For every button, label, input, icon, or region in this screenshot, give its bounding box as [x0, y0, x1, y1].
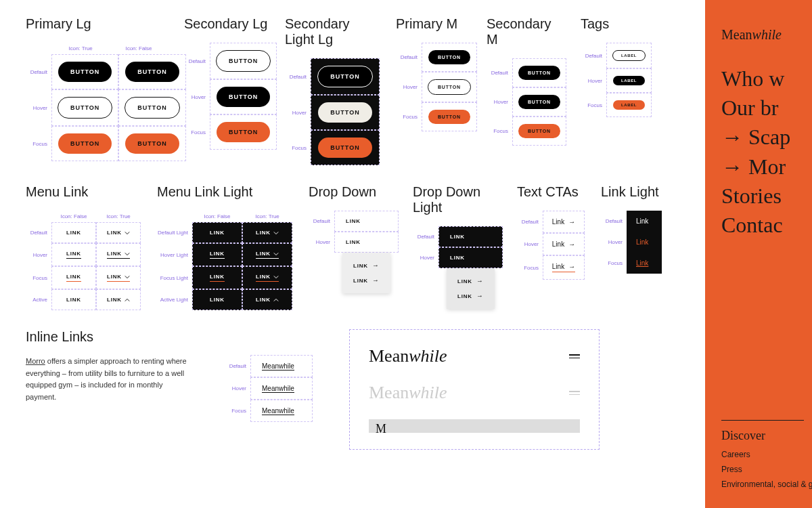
state-label: Default [517, 211, 543, 233]
preview-card: Meanwhile Meanwhile M [349, 329, 600, 450]
sidebar-menu-item[interactable]: Stories [721, 182, 812, 211]
button-primary-lg-default[interactable]: BUTTON [125, 62, 179, 82]
state-label: Hover [413, 247, 438, 268]
tag-hover[interactable]: LABEL [613, 76, 645, 85]
state-label: Focus [517, 255, 543, 280]
state-label: Focus [396, 102, 422, 131]
sidebar-menu-item[interactable]: Contac [721, 211, 812, 240]
menu-link[interactable]: LINK [107, 274, 130, 282]
button-secondary-light-lg-default[interactable]: BUTTON [317, 66, 372, 87]
button-primary-m-default[interactable]: BUTTON [428, 50, 470, 64]
dropdown-item[interactable]: LINK→ [455, 274, 487, 289]
state-label: Hover [487, 87, 512, 117]
dropdown-item[interactable]: LINK→ [351, 273, 382, 288]
brand-logo-faded: Meanwhile [369, 383, 447, 403]
menu-link-light[interactable]: LINK [256, 274, 279, 282]
sidebar-menu-item[interactable]: Our br [721, 93, 812, 123]
menu-link[interactable]: LINK [107, 297, 130, 303]
text-cta[interactable]: Link→ [552, 263, 575, 272]
chevron-down-icon [273, 230, 279, 236]
button-secondary-light-lg-focus[interactable]: BUTTON [318, 137, 371, 158]
menu-link-light[interactable]: LINK [210, 230, 225, 236]
section-title: Secondary Light Lg [285, 16, 380, 47]
state-label: Focus [26, 126, 51, 161]
button-secondary-m-hover[interactable]: BUTTON [518, 95, 560, 109]
button-secondary-lg-hover[interactable]: BUTTON [217, 87, 270, 107]
button-primary-lg-default[interactable]: BUTTON [58, 62, 112, 82]
chevron-up-icon [273, 297, 279, 303]
button-secondary-m-focus[interactable]: BUTTON [518, 124, 560, 138]
dropdown-link-light[interactable]: LINK [450, 255, 465, 261]
col-label: Icon: False [110, 43, 168, 54]
link-light[interactable]: Link [627, 232, 662, 253]
sidebar-footer-link[interactable]: Press [721, 465, 804, 474]
arrow-right-icon: → [568, 263, 575, 270]
tag-default[interactable]: LABEL [612, 50, 646, 61]
text-cta[interactable]: Link→ [552, 218, 575, 226]
sidebar-footer-link[interactable]: Careers [721, 450, 804, 459]
button-secondary-m-default[interactable]: BUTTON [518, 66, 560, 80]
text-cta[interactable]: Link→ [552, 240, 575, 248]
state-label: Hover [581, 68, 606, 93]
tag-focus[interactable]: LABEL [613, 100, 645, 110]
inline-link[interactable]: Morro [26, 357, 45, 365]
button-primary-lg-focus[interactable]: BUTTON [58, 133, 112, 154]
sidebar-menu-item[interactable]: Who w [721, 64, 812, 93]
menu-link[interactable]: LINK [107, 230, 130, 236]
menu-link-light[interactable]: LINK [256, 251, 279, 259]
button-secondary-lg-default[interactable]: BUTTON [216, 50, 271, 72]
hamburger-icon[interactable] [569, 389, 580, 397]
state-label: Default [26, 54, 51, 89]
dropdown-item[interactable]: LINK→ [351, 258, 382, 273]
menu-link-light[interactable]: LINK [256, 230, 279, 236]
section-title: Secondary Lg [184, 16, 269, 32]
state-label: Hover [285, 95, 311, 130]
sidebar-footer-link[interactable]: Environmental, social & governance [721, 480, 804, 489]
dropdown-link[interactable]: LINK [346, 239, 361, 245]
brand-logo: M [376, 422, 386, 436]
section-title: Primary Lg [26, 16, 168, 32]
sidebar-menu-item[interactable]: → Mor [721, 152, 812, 182]
col-label: Icon: True [51, 43, 110, 54]
menu-link[interactable]: LINK [66, 230, 81, 236]
state-label: Hover [396, 72, 422, 102]
chevron-down-icon [125, 230, 130, 236]
state-label: Active Light [157, 289, 192, 310]
button-primary-m-hover[interactable]: BUTTON [428, 79, 471, 95]
inline-link-example[interactable]: Meanwhile [250, 400, 313, 422]
arrow-right-icon: → [372, 262, 380, 269]
dropdown-flyout: LINK→ LINK→ [342, 253, 390, 293]
menu-link[interactable]: LINK [66, 297, 81, 303]
button-primary-lg-hover[interactable]: BUTTON [58, 97, 112, 119]
dropdown-link-light[interactable]: LINK [450, 234, 465, 240]
sidebar-menu-item[interactable]: → Scap [721, 123, 812, 152]
menu-link[interactable]: LINK [66, 274, 81, 282]
chevron-down-icon [273, 274, 279, 280]
state-label: Hover [601, 232, 627, 253]
hamburger-icon[interactable] [569, 352, 580, 360]
state-label: Focus [601, 253, 627, 274]
inline-link-example[interactable]: Meanwhile [250, 377, 313, 400]
inline-link-example[interactable]: Meanwhile [250, 355, 313, 377]
menu-link-light[interactable]: LINK [256, 297, 279, 303]
button-secondary-lg-focus[interactable]: BUTTON [217, 122, 270, 142]
dropdown-link[interactable]: LINK [346, 218, 361, 224]
state-label: Default [309, 211, 334, 232]
button-primary-lg-focus[interactable]: BUTTON [125, 133, 179, 154]
button-primary-lg-hover[interactable]: BUTTON [125, 97, 179, 119]
link-light[interactable]: Link [627, 211, 662, 232]
menu-link[interactable]: LINK [107, 251, 130, 259]
menu-link-light[interactable]: LINK [210, 297, 225, 303]
menu-link[interactable]: LINK [66, 251, 81, 259]
state-label: Hover Light [157, 243, 192, 266]
chevron-down-icon [125, 274, 130, 280]
menu-link-light[interactable]: LINK [210, 274, 225, 282]
button-primary-m-focus[interactable]: BUTTON [428, 110, 470, 124]
button-secondary-light-lg-hover[interactable]: BUTTON [318, 102, 371, 123]
state-label: Hover [26, 89, 51, 126]
sidebar-footer-title: Discover [721, 429, 804, 443]
brand-logo: Meanwhile [721, 27, 812, 43]
link-light[interactable]: Link [627, 253, 662, 274]
menu-link-light[interactable]: LINK [210, 251, 225, 259]
dropdown-item[interactable]: LINK→ [455, 289, 487, 303]
